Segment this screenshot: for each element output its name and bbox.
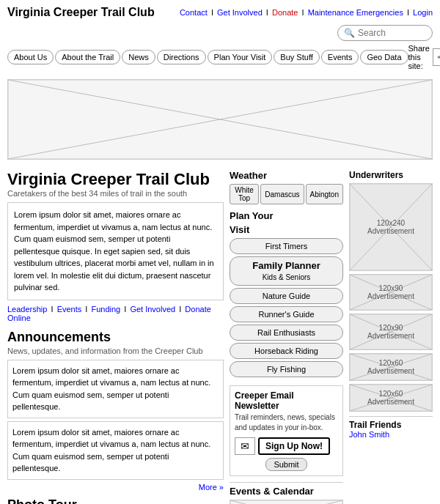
nav-buy-stuff[interactable]: Buy Stuff xyxy=(274,50,319,64)
ad-1: 120x240Advertisement xyxy=(349,183,433,271)
ad-4: 120x60Advertisement xyxy=(349,353,433,381)
announcements-subtitle: News, updates, and information from the … xyxy=(7,346,224,355)
plan-btn-rail-enthusiasts[interactable]: Rail Enthusiasts xyxy=(230,325,343,341)
nav-directions[interactable]: Directions xyxy=(157,50,206,64)
nav-plan-your-visit[interactable]: Plan Your Visit xyxy=(208,50,273,64)
svg-rect-38 xyxy=(230,500,342,504)
funding-link[interactable]: Funding xyxy=(91,305,120,314)
nav-geo-data[interactable]: Geo Data xyxy=(360,50,408,64)
get-involved-text-link[interactable]: Get Involved xyxy=(130,305,175,314)
banner xyxy=(7,79,433,160)
banner-wireframe xyxy=(8,80,432,159)
club-title: Virginia Creeper Trail Club xyxy=(7,170,224,189)
weather-buttons: White Top Damascus Abington xyxy=(230,184,343,204)
nav-items: About Us About the Trail News Directions… xyxy=(7,50,408,64)
family-planner-sub: Kids & Seniors xyxy=(263,273,311,281)
events-placeholder xyxy=(230,500,343,504)
plan-btn-horseback-riding[interactable]: Horseback Riding xyxy=(230,343,343,359)
newsletter-title: Creeper Email Newsletter xyxy=(235,390,338,411)
intro-text: Lorem ipsum dolor sit amet, maiores orna… xyxy=(7,202,224,300)
announcement-2: Lorem ipsum dolor sit amet, maiores orna… xyxy=(7,421,224,480)
underwriters-title: Underwriters xyxy=(349,170,433,180)
trail-friends-title: Trail Friends xyxy=(349,416,433,430)
donate-link[interactable]: Donate xyxy=(272,8,298,17)
weather-btn-damascus[interactable]: Damascus xyxy=(260,184,304,204)
photo-tour-title: Photo Tour xyxy=(7,497,224,505)
trail-friend-1[interactable]: John Smith xyxy=(349,430,433,439)
share-label: Share this site: xyxy=(408,44,430,70)
signup-button[interactable]: Sign Up Now! xyxy=(258,437,330,455)
plan-your-visit-title2: Visit xyxy=(230,224,343,235)
site-title: Virginia Creeper Trail Club xyxy=(7,6,155,19)
ad-5: 120x60Advertisement xyxy=(349,384,433,412)
submit-button[interactable]: Submit xyxy=(265,458,307,471)
nav-bar: About Us About the Trail News Directions… xyxy=(0,44,440,75)
announcement-1: Lorem ipsum dolor sit amet, maiores orna… xyxy=(7,360,224,418)
events-calendar-title: Events & Calendar xyxy=(230,482,343,497)
newsletter-row: ✉ Sign Up Now! xyxy=(235,437,338,455)
weather-btn-white-top[interactable]: White Top xyxy=(230,184,259,204)
search-input[interactable] xyxy=(358,28,426,38)
nav-events[interactable]: Events xyxy=(321,50,359,64)
leadership-link[interactable]: Leadership xyxy=(7,305,47,314)
plan-your-visit-title: Plan Your xyxy=(230,210,343,221)
nav-about-us[interactable]: About Us xyxy=(7,50,54,64)
login-link[interactable]: Login xyxy=(413,8,433,17)
weather-title: Weather xyxy=(230,170,343,181)
club-subtitle: Caretakers of the best 34 miles of trail… xyxy=(7,189,224,198)
header-nav-links: Contact I Get Involved I Donate I Mainte… xyxy=(180,8,433,17)
contact-link[interactable]: Contact xyxy=(180,8,208,17)
newsletter-section: Creeper Email Newsletter Trail reminders… xyxy=(230,385,343,476)
newsletter-desc: Trail reminders, news, specials and upda… xyxy=(235,412,338,433)
plan-btn-fly-fishing[interactable]: Fly Fishing xyxy=(230,361,343,377)
share-section: Share this site: xyxy=(408,44,440,70)
search-row: 🔍 xyxy=(0,22,440,44)
middle-column: Weather White Top Damascus Abington Plan… xyxy=(230,170,343,504)
ad-3: 120x90Advertisement xyxy=(349,314,433,350)
plan-btn-first-timers[interactable]: First Timers xyxy=(230,238,343,254)
events-text-link[interactable]: Events xyxy=(57,305,82,314)
plan-btn-family-planner[interactable]: Family PlannerKids & Seniors xyxy=(230,256,343,286)
maintenance-link[interactable]: Maintenance Emergencies xyxy=(308,8,403,17)
ad-label-4: 120x60Advertisement xyxy=(367,359,414,375)
svg-point-2 xyxy=(438,56,440,59)
announcements-title: Announcements xyxy=(7,330,224,345)
header: Virginia Creeper Trail Club Contact I Ge… xyxy=(0,0,440,22)
ad-label-1: 120x240Advertisement xyxy=(367,219,414,235)
search-icon: 🔍 xyxy=(344,28,355,38)
plan-btn-runners-guide[interactable]: Runner's Guide xyxy=(230,306,343,322)
nav-news[interactable]: News xyxy=(122,50,155,64)
ad-label-5: 120x60Advertisement xyxy=(367,390,414,406)
nav-about-trail[interactable]: About the Trail xyxy=(55,50,120,64)
right-column: Underwriters 120x240Advertisement 120x90… xyxy=(349,170,433,504)
mail-icon: ✉ xyxy=(235,437,255,455)
more-link-row: More » xyxy=(7,483,224,492)
ad-label-3: 120x90Advertisement xyxy=(367,324,414,340)
text-links: Leadership I Events I Funding I Get Invo… xyxy=(7,305,224,322)
main-content: Virginia Creeper Trail Club Caretakers o… xyxy=(0,164,440,504)
share-icon xyxy=(437,52,440,62)
ad-2: 120x90Advertisement xyxy=(349,274,433,311)
plan-btn-nature-guide[interactable]: Nature Guide xyxy=(230,288,343,304)
weather-btn-abington[interactable]: Abington xyxy=(306,184,343,204)
share-button[interactable] xyxy=(433,48,440,66)
left-column: Virginia Creeper Trail Club Caretakers o… xyxy=(7,170,224,504)
more-link[interactable]: More » xyxy=(199,483,224,492)
ad-label-2: 120x90Advertisement xyxy=(367,284,414,300)
search-bar: 🔍 xyxy=(337,25,433,41)
get-involved-link[interactable]: Get Involved xyxy=(217,8,263,17)
